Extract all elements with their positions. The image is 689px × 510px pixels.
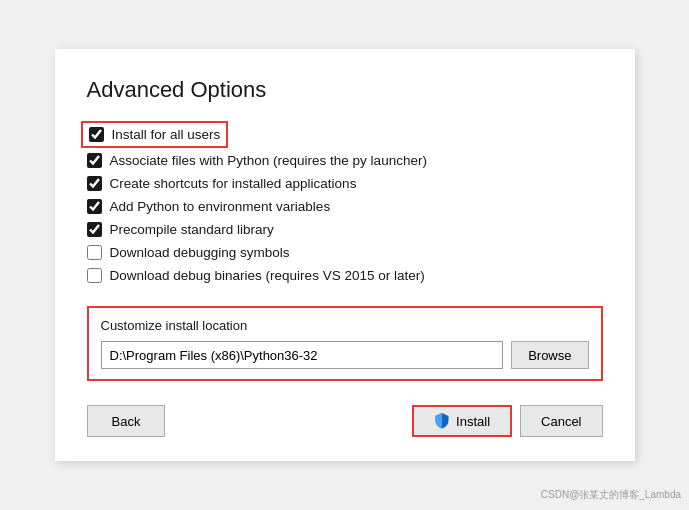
option-install-all-users: Install for all users	[81, 121, 229, 148]
dialog-title: Advanced Options	[87, 77, 603, 103]
advanced-options-dialog: Advanced Options Install for all users A…	[55, 49, 635, 461]
checkbox-install-all-users[interactable]	[89, 127, 104, 142]
label-precompile[interactable]: Precompile standard library	[110, 222, 274, 237]
option-add-to-env: Add Python to environment variables	[87, 198, 603, 215]
install-button[interactable]: Install	[412, 405, 512, 437]
option-precompile: Precompile standard library	[87, 221, 603, 238]
back-button[interactable]: Back	[87, 405, 166, 437]
dialog-footer: Back Install Cancel	[87, 405, 603, 437]
option-create-shortcuts: Create shortcuts for installed applicati…	[87, 175, 603, 192]
checkbox-debug-binaries[interactable]	[87, 268, 102, 283]
checkbox-associate-files[interactable]	[87, 153, 102, 168]
browse-button[interactable]: Browse	[511, 341, 588, 369]
label-create-shortcuts[interactable]: Create shortcuts for installed applicati…	[110, 176, 357, 191]
label-add-to-env[interactable]: Add Python to environment variables	[110, 199, 331, 214]
install-location-label: Customize install location	[101, 318, 589, 333]
install-location-section: Customize install location Browse	[87, 306, 603, 381]
checkbox-create-shortcuts[interactable]	[87, 176, 102, 191]
label-associate-files[interactable]: Associate files with Python (requires th…	[110, 153, 427, 168]
shield-icon	[434, 413, 450, 429]
label-debug-symbols[interactable]: Download debugging symbols	[110, 245, 290, 260]
checkbox-precompile[interactable]	[87, 222, 102, 237]
option-debug-symbols: Download debugging symbols	[87, 244, 603, 261]
install-location-row: Browse	[101, 341, 589, 369]
options-list: Install for all users Associate files wi…	[87, 123, 603, 284]
checkbox-debug-symbols[interactable]	[87, 245, 102, 260]
install-location-input[interactable]	[101, 341, 504, 369]
install-label: Install	[456, 414, 490, 429]
watermark: CSDN@张某丈的博客_Lambda	[541, 488, 681, 502]
footer-right-buttons: Install Cancel	[412, 405, 602, 437]
option-associate-files: Associate files with Python (requires th…	[87, 152, 603, 169]
option-debug-binaries: Download debug binaries (requires VS 201…	[87, 267, 603, 284]
label-install-all-users[interactable]: Install for all users	[112, 127, 221, 142]
label-debug-binaries[interactable]: Download debug binaries (requires VS 201…	[110, 268, 425, 283]
checkbox-add-to-env[interactable]	[87, 199, 102, 214]
cancel-button[interactable]: Cancel	[520, 405, 602, 437]
